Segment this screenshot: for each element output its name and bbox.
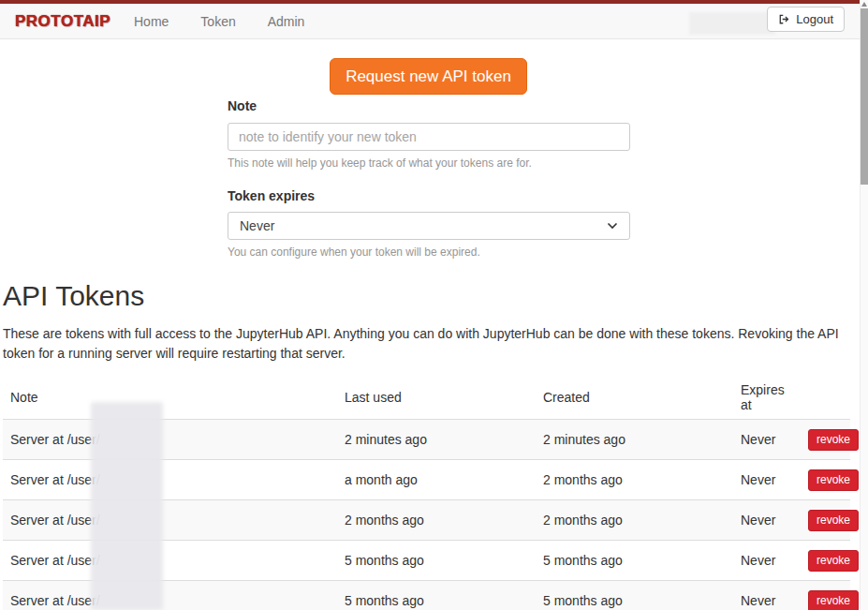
revoke-button[interactable]: revoke xyxy=(808,469,859,491)
header-note: Note xyxy=(3,376,337,420)
actions-cell: revoke xyxy=(801,540,850,580)
redacted-username xyxy=(689,12,775,35)
logout-button[interactable]: Logout xyxy=(767,7,845,32)
created-cell: 2 months ago xyxy=(536,459,733,499)
note-cell: Server at /user/ xyxy=(3,580,337,610)
page: PROTOTAIP Home Token Admin Logout Reques… xyxy=(0,0,868,610)
actions-cell: revoke xyxy=(801,459,850,499)
revoke-button[interactable]: revoke xyxy=(808,590,859,610)
expires-cell: Never xyxy=(733,419,801,459)
expires-cell: Never xyxy=(733,580,801,610)
created-cell: 2 minutes ago xyxy=(536,419,733,459)
revoke-button[interactable]: revoke xyxy=(808,429,859,451)
page-title: API Tokens xyxy=(3,281,850,311)
revoke-button[interactable]: revoke xyxy=(808,550,859,572)
logout-label: Logout xyxy=(796,12,833,26)
api-tokens-description: These are tokens with full access to the… xyxy=(3,324,850,364)
navbar: PROTOTAIP Home Token Admin Logout xyxy=(0,4,868,39)
note-cell: Server at /user/ xyxy=(3,540,337,580)
last-used-cell: a month ago xyxy=(337,459,536,499)
expires-cell: Never xyxy=(733,499,801,540)
scroll-up-arrow-icon[interactable] xyxy=(861,2,867,7)
request-new-token-button[interactable]: Request new API token xyxy=(330,58,527,95)
header-last-used: Last used xyxy=(337,376,536,420)
token-expires-selected-value: Never xyxy=(240,218,607,233)
actions-cell: revoke xyxy=(801,419,850,459)
last-used-cell: 2 minutes ago xyxy=(337,419,536,459)
last-used-cell: 2 months ago xyxy=(337,499,536,540)
last-used-cell: 5 months ago xyxy=(337,580,536,610)
chevron-down-icon xyxy=(607,222,618,230)
revoke-button[interactable]: revoke xyxy=(808,510,859,531)
note-input[interactable] xyxy=(228,123,630,151)
created-cell: 5 months ago xyxy=(536,540,733,580)
note-cell: Server at /user/ xyxy=(3,499,337,540)
expires-cell: Never xyxy=(733,540,801,580)
expires-help-text: You can configure when your token will b… xyxy=(228,245,630,259)
header-created: Created xyxy=(536,376,733,420)
brand-logo[interactable]: PROTOTAIP xyxy=(15,12,118,31)
logout-icon xyxy=(778,13,790,25)
token-expires-select[interactable]: Never xyxy=(228,212,630,240)
token-form: Note This note will help you keep track … xyxy=(228,97,630,259)
last-used-cell: 5 months ago xyxy=(337,540,536,580)
actions-cell: revoke xyxy=(801,499,850,540)
nav-links: Home Token Admin xyxy=(118,14,320,29)
actions-cell: revoke xyxy=(801,580,850,610)
created-cell: 5 months ago xyxy=(536,580,733,610)
token-expires-label: Token expires xyxy=(228,188,630,203)
header-expires-at: Expires at xyxy=(733,376,801,420)
nav-item-token[interactable]: Token xyxy=(184,14,251,29)
note-cell: Server at /user/ xyxy=(3,419,337,459)
vertical-scrollbar[interactable] xyxy=(860,0,868,610)
nav-item-home[interactable]: Home xyxy=(118,14,184,29)
header-actions xyxy=(801,376,850,420)
expires-cell: Never xyxy=(733,459,801,499)
note-label: Note xyxy=(228,98,257,113)
note-cell: Server at /user/ xyxy=(3,459,337,499)
created-cell: 2 months ago xyxy=(536,499,733,540)
scrollbar-thumb[interactable] xyxy=(861,8,868,185)
nav-item-admin[interactable]: Admin xyxy=(252,14,321,29)
redacted-usernames-overlay xyxy=(91,402,163,610)
note-help-text: This note will help you keep track of wh… xyxy=(228,156,630,170)
